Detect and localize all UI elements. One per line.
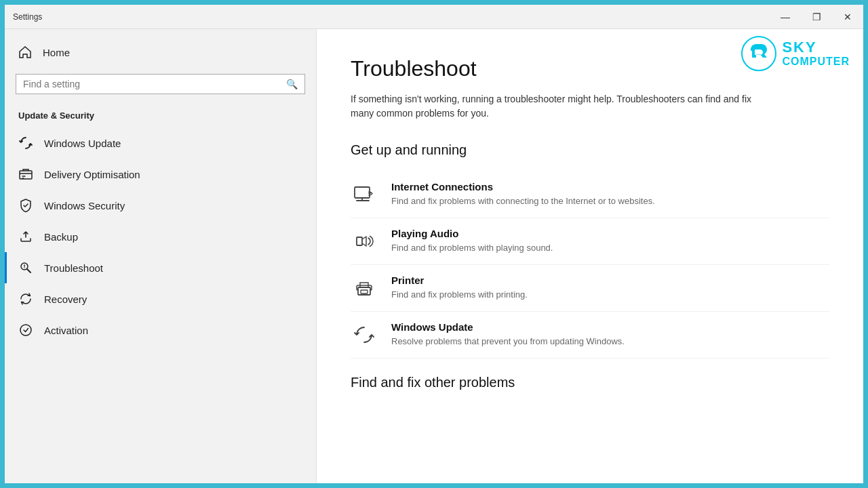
backup-icon (18, 229, 33, 244)
activation-label: Activation (44, 325, 88, 336)
audio-desc: Find and fix problems with playing sound… (391, 242, 553, 254)
delivery-optimisation-label: Delivery Optimisation (44, 169, 140, 180)
close-button[interactable]: ✕ (832, 5, 863, 29)
brand-logo: SKY COMPUTER (741, 36, 850, 71)
search-input[interactable] (23, 79, 286, 89)
brand-text: SKY COMPUTER (782, 39, 850, 68)
activation-icon (18, 323, 33, 338)
svg-rect-0 (20, 171, 32, 179)
wupdate-title: Windows Update (391, 321, 625, 333)
get-up-running-heading: Get up and running (351, 142, 829, 158)
internet-desc: Find and fix problems with connecting to… (391, 195, 655, 207)
windows-security-label: Windows Security (44, 200, 125, 211)
troubleshoot-item-printer[interactable]: Printer Find and fix problems with print… (351, 265, 829, 312)
recovery-label: Recovery (44, 293, 87, 305)
sidebar-item-home[interactable]: Home (5, 36, 316, 68)
delivery-icon (18, 167, 33, 182)
sidebar: Home 🔍 Update & Security Windows Update (5, 29, 317, 483)
printer-icon (351, 274, 378, 302)
sidebar-item-windows-update[interactable]: Windows Update (5, 127, 316, 159)
wupdate-desc: Resolve problems that prevent you from u… (391, 336, 625, 348)
brand-s-icon (741, 36, 776, 71)
sidebar-item-delivery-optimisation[interactable]: Delivery Optimisation (5, 159, 316, 190)
sidebar-item-recovery[interactable]: Recovery (5, 283, 316, 314)
audio-icon (351, 228, 378, 255)
sidebar-section-title: Update & Security (5, 105, 316, 127)
title-bar: Settings — ❐ ✕ (5, 5, 863, 29)
wupdate-info: Windows Update Resolve problems that pre… (391, 321, 625, 348)
internet-info: Internet Connections Find and fix proble… (391, 181, 655, 207)
troubleshoot-label: Troubleshoot (44, 262, 103, 274)
sidebar-item-windows-security[interactable]: Windows Security (5, 190, 316, 221)
internet-icon (351, 181, 378, 208)
audio-title: Playing Audio (391, 228, 553, 239)
window-title: Settings (13, 12, 42, 22)
svg-rect-5 (357, 237, 362, 245)
troubleshoot-item-internet[interactable]: Internet Connections Find and fix proble… (351, 171, 829, 218)
window-controls: — ❐ ✕ (770, 5, 863, 29)
home-label: Home (43, 47, 70, 58)
page-description: If something isn't working, running a tr… (351, 92, 771, 121)
windows-update-label: Windows Update (44, 138, 121, 149)
content-area: Home 🔍 Update & Security Windows Update (5, 29, 863, 483)
sidebar-item-backup[interactable]: Backup (5, 221, 316, 252)
brand-sky: SKY (782, 39, 850, 56)
internet-title: Internet Connections (391, 181, 655, 192)
recovery-icon (18, 291, 33, 306)
search-icon[interactable]: 🔍 (286, 79, 298, 89)
sidebar-item-activation[interactable]: Activation (5, 314, 316, 346)
brand-computer: COMPUTER (782, 56, 850, 68)
printer-info: Printer Find and fix problems with print… (391, 274, 528, 301)
svg-point-3 (742, 37, 776, 70)
troubleshoot-item-audio[interactable]: Playing Audio Find and fix problems with… (351, 218, 829, 265)
sidebar-item-troubleshoot[interactable]: Troubleshoot (5, 252, 316, 283)
shield-icon (18, 198, 33, 213)
audio-info: Playing Audio Find and fix problems with… (391, 228, 553, 254)
troubleshoot-item-wupdate[interactable]: Windows Update Resolve problems that pre… (351, 312, 829, 359)
minimize-button[interactable]: — (770, 5, 801, 29)
main-content: SKY COMPUTER Troubleshoot If something i… (317, 29, 863, 483)
svg-rect-7 (361, 290, 368, 293)
svg-rect-4 (355, 187, 370, 198)
svg-point-2 (20, 325, 31, 336)
maximize-button[interactable]: ❐ (801, 5, 832, 29)
find-fix-heading: Find and fix other problems (351, 375, 829, 390)
windows-update-icon (18, 136, 33, 150)
troubleshoot-icon (18, 260, 33, 275)
backup-label: Backup (44, 231, 78, 243)
search-box[interactable]: 🔍 (16, 74, 305, 94)
home-icon (18, 45, 33, 59)
settings-window: Settings — ❐ ✕ Home 🔍 (3, 3, 865, 485)
printer-title: Printer (391, 274, 528, 286)
printer-desc: Find and fix problems with printing. (391, 289, 528, 301)
wupdate-icon (351, 321, 378, 348)
